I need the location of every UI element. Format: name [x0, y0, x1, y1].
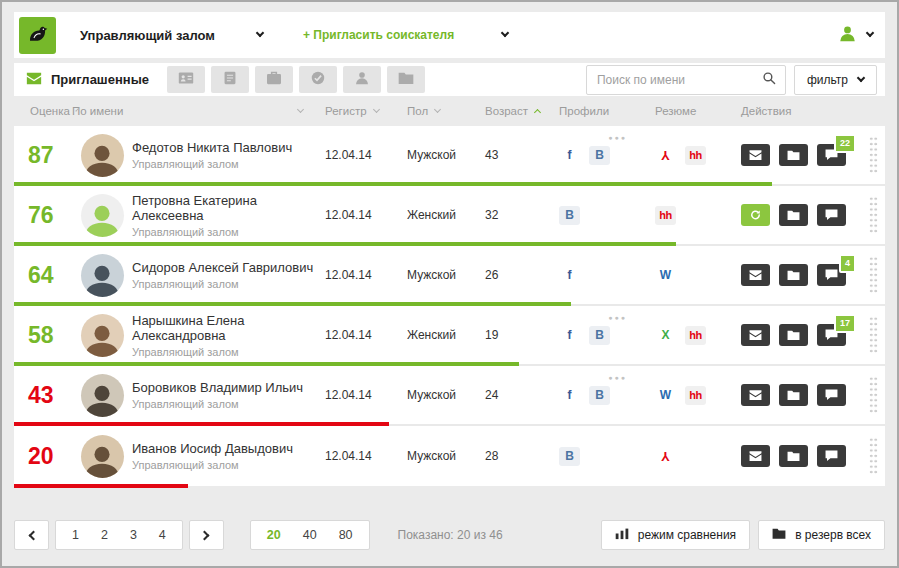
- candidate-name[interactable]: Боровиков Владимир Ильич: [132, 380, 325, 395]
- score-value: 20: [14, 443, 72, 470]
- tab-id-card[interactable]: [167, 66, 205, 93]
- avatar[interactable]: [81, 374, 124, 417]
- refresh-action-button[interactable]: [741, 204, 770, 226]
- candidate-position: Управляющий залом: [132, 346, 325, 358]
- word-file-icon[interactable]: W: [655, 266, 676, 285]
- mail-action-button[interactable]: [741, 264, 770, 286]
- prev-page-button[interactable]: [14, 520, 49, 550]
- candidate-name[interactable]: Иванов Иосиф Давыдович: [132, 441, 325, 456]
- vk-icon[interactable]: B: [559, 447, 580, 466]
- vk-icon[interactable]: B: [589, 146, 610, 165]
- column-name[interactable]: По имени: [72, 105, 325, 117]
- vacancy-label: Управляющий залом: [80, 28, 215, 43]
- folder-action-button[interactable]: [779, 384, 808, 406]
- vk-icon[interactable]: B: [559, 206, 580, 225]
- pdf-file-icon[interactable]: Y: [655, 146, 676, 165]
- tab-person[interactable]: [343, 66, 381, 93]
- candidate-name[interactable]: Сидоров Алексей Гаврилович: [132, 260, 325, 275]
- search-input[interactable]: [597, 73, 762, 87]
- vk-icon[interactable]: B: [589, 386, 610, 405]
- tab-check[interactable]: [299, 66, 337, 93]
- next-page-button[interactable]: [189, 520, 224, 550]
- column-gender[interactable]: Пол: [407, 105, 485, 117]
- table-row[interactable]: 43 Боровиков Владимир Ильич Управляющий …: [14, 366, 885, 426]
- search-icon[interactable]: [762, 71, 776, 89]
- hh-icon[interactable]: hh: [685, 386, 706, 405]
- page-button[interactable]: 3: [119, 528, 148, 542]
- vacancy-dropdown[interactable]: Управляющий залом: [80, 28, 263, 43]
- tab-invited[interactable]: Приглашенные: [14, 63, 167, 96]
- table-row[interactable]: 87 Федотов Никита Павлович Управляющий з…: [14, 126, 885, 186]
- profiles-cell: ●●●fB: [559, 306, 655, 364]
- candidate-name[interactable]: Нарышкина Елена Александровна: [132, 313, 325, 343]
- chat-action-button[interactable]: [817, 384, 846, 406]
- tab-folder[interactable]: [387, 66, 425, 93]
- hh-icon[interactable]: hh: [655, 206, 676, 225]
- invite-dropdown[interactable]: [502, 34, 508, 36]
- user-menu[interactable]: [839, 25, 873, 46]
- page-button[interactable]: 1: [61, 528, 90, 542]
- folder-action-button[interactable]: [779, 324, 808, 346]
- tab-briefcase[interactable]: [255, 66, 293, 93]
- hh-icon[interactable]: hh: [685, 146, 706, 165]
- drag-handle-icon[interactable]: [869, 376, 878, 414]
- app-logo[interactable]: [19, 17, 56, 54]
- avatar[interactable]: [81, 134, 124, 177]
- table-row[interactable]: 58 Нарышкина Елена Александровна Управля…: [14, 306, 885, 366]
- compare-mode-button[interactable]: режим сравнения: [601, 520, 750, 550]
- drag-handle-icon[interactable]: [869, 256, 878, 294]
- tab-document[interactable]: [211, 66, 249, 93]
- drag-handle-icon[interactable]: [869, 316, 878, 354]
- more-profiles-icon[interactable]: ●●●: [608, 374, 627, 381]
- mail-action-button[interactable]: [741, 144, 770, 166]
- table-header: Оценка По имени Регистр Пол Возраст Проф…: [14, 96, 885, 126]
- drag-handle-icon[interactable]: [869, 136, 878, 174]
- vk-icon[interactable]: B: [589, 326, 610, 345]
- hh-icon[interactable]: hh: [685, 326, 706, 345]
- more-profiles-icon[interactable]: ●●●: [608, 134, 627, 141]
- table-row[interactable]: 64 Сидоров Алексей Гаврилович Управляющи…: [14, 246, 885, 306]
- mail-action-button[interactable]: [741, 324, 770, 346]
- page-button[interactable]: 4: [148, 528, 177, 542]
- chat-action-button[interactable]: 4: [817, 264, 846, 286]
- drag-handle-icon[interactable]: [869, 196, 878, 234]
- facebook-icon[interactable]: f: [559, 146, 580, 165]
- avatar[interactable]: [81, 194, 124, 237]
- word-file-icon[interactable]: W: [655, 386, 676, 405]
- compare-mode-label: режим сравнения: [638, 528, 736, 542]
- table-row[interactable]: 76 Петровна Екатерина Алексеевна Управля…: [14, 186, 885, 246]
- chat-action-button[interactable]: 22: [817, 144, 846, 166]
- avatar[interactable]: [81, 435, 124, 478]
- avatar[interactable]: [81, 254, 124, 297]
- page-size-option[interactable]: 80: [328, 528, 364, 542]
- column-score[interactable]: Оценка: [14, 105, 72, 117]
- column-register[interactable]: Регистр: [325, 105, 407, 117]
- chat-action-button[interactable]: [817, 445, 846, 467]
- page-size-option[interactable]: 40: [292, 528, 328, 542]
- chat-action-button[interactable]: 17: [817, 324, 846, 346]
- drag-handle-icon[interactable]: [869, 437, 878, 475]
- chat-action-button[interactable]: [817, 204, 846, 226]
- filter-button[interactable]: фильтр: [794, 65, 877, 95]
- facebook-icon[interactable]: f: [559, 266, 580, 285]
- candidate-name[interactable]: Федотов Никита Павлович: [132, 140, 325, 155]
- page-button[interactable]: 2: [90, 528, 119, 542]
- facebook-icon[interactable]: f: [559, 326, 580, 345]
- candidate-name[interactable]: Петровна Екатерина Алексеевна: [132, 193, 325, 223]
- folder-action-button[interactable]: [779, 204, 808, 226]
- column-age[interactable]: Возраст: [485, 105, 559, 117]
- pdf-file-icon[interactable]: Y: [655, 447, 676, 466]
- folder-action-button[interactable]: [779, 144, 808, 166]
- invite-candidate-link[interactable]: + Пригласить соискателя: [303, 28, 454, 42]
- avatar[interactable]: [81, 314, 124, 357]
- mail-action-button[interactable]: [741, 384, 770, 406]
- mail-action-button[interactable]: [741, 445, 770, 467]
- excel-file-icon[interactable]: X: [655, 326, 676, 345]
- folder-action-button[interactable]: [779, 445, 808, 467]
- page-size-option[interactable]: 20: [256, 528, 292, 542]
- reserve-all-button[interactable]: в резерв всех: [758, 520, 885, 550]
- folder-action-button[interactable]: [779, 264, 808, 286]
- facebook-icon[interactable]: f: [559, 386, 580, 405]
- table-row[interactable]: 20 Иванов Иосиф Давыдович Управляющий за…: [14, 426, 885, 486]
- more-profiles-icon[interactable]: ●●●: [608, 314, 627, 321]
